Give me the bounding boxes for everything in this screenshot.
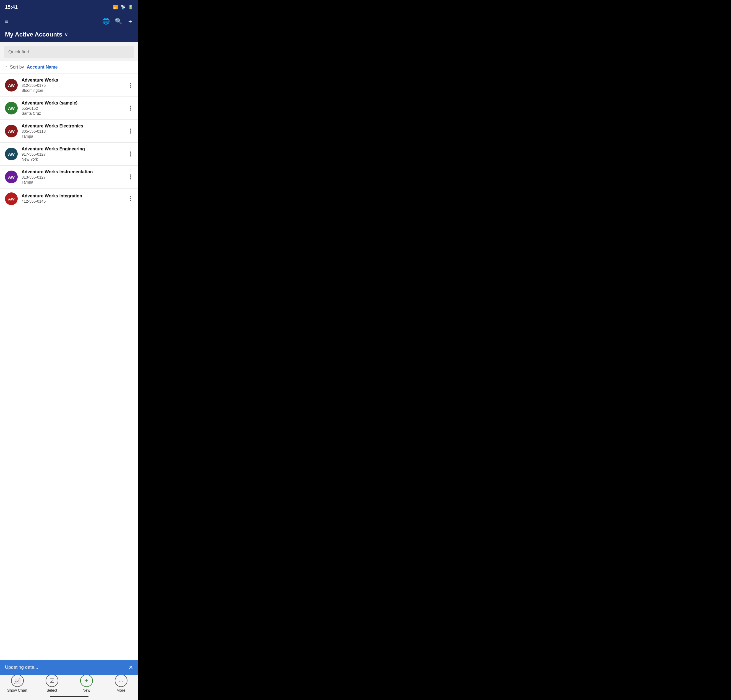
hamburger-icon[interactable]: ≡ (5, 18, 9, 24)
account-phone-5: 412-555-0145 (22, 199, 128, 204)
new-button[interactable]: + New (69, 674, 104, 693)
status-icons: 📶 📡 🔋 (113, 5, 133, 10)
sort-field: Account Name (27, 65, 58, 70)
select-label: Select (47, 688, 57, 693)
more-button-1[interactable] (128, 104, 133, 112)
avatar-2: AW (5, 125, 18, 137)
home-indicator (0, 694, 138, 700)
select-button[interactable]: ☑ Select (35, 674, 69, 693)
search-container (0, 42, 138, 61)
account-item-3[interactable]: AW Adventure Works Engineering 917-555-0… (0, 143, 138, 166)
nav-left: ≡ (5, 18, 9, 24)
sort-bar[interactable]: ↑ Sort by Account Name (0, 61, 138, 74)
account-name-0: Adventure Works (22, 78, 128, 83)
chevron-down-icon[interactable]: ∨ (65, 32, 68, 38)
account-phone-2: 305-555-0118 (22, 129, 128, 134)
phone-panel: 15:41 📶 📡 🔋 ≡ 🌐 🔍 ＋ My Active Accounts ∨… (0, 0, 138, 700)
more-button-3[interactable] (128, 150, 133, 158)
more-label: More (117, 688, 126, 693)
sort-label: Sort by (10, 65, 24, 70)
account-info-5: Adventure Works Integration 412-555-0145 (22, 194, 128, 204)
avatar-4: AW (5, 170, 18, 183)
status-bar: 15:41 📶 📡 🔋 (0, 0, 138, 15)
more-button-4[interactable] (128, 173, 133, 181)
close-banner-button[interactable]: ✕ (129, 664, 133, 671)
avatar-1: AW (5, 102, 18, 114)
account-info-0: Adventure Works 812-555-0175 Bloomington (22, 78, 128, 92)
account-info-2: Adventure Works Electronics 305-555-0118… (22, 123, 128, 138)
more-icon-wrapper: ··· (115, 674, 128, 687)
more-button-0[interactable] (128, 82, 133, 89)
signal-icon: 📶 (113, 5, 118, 10)
avatar-0: AW (5, 79, 18, 91)
title-bar[interactable]: My Active Accounts ∨ (0, 29, 138, 42)
add-icon[interactable]: ＋ (127, 17, 133, 25)
more-icon: ··· (119, 678, 123, 684)
show-chart-label: Show Chart (7, 688, 27, 693)
new-icon-wrapper: + (80, 674, 93, 687)
show-chart-icon-wrapper: 📈 (11, 674, 24, 687)
avatar-5: AW (5, 192, 18, 205)
account-phone-0: 812-555-0175 (22, 83, 128, 88)
account-city-1: Santa Cruz (22, 111, 128, 116)
select-icon: ☑ (50, 677, 54, 684)
account-phone-3: 917-555-0127 (22, 152, 128, 157)
nav-bar: ≡ 🌐 🔍 ＋ (0, 15, 138, 29)
account-item-5[interactable]: AW Adventure Works Integration 412-555-0… (0, 189, 138, 209)
account-list: AW Adventure Works 812-555-0175 Blooming… (0, 74, 138, 671)
search-icon[interactable]: 🔍 (115, 18, 122, 25)
account-item-0[interactable]: AW Adventure Works 812-555-0175 Blooming… (0, 74, 138, 97)
account-city-3: New York (22, 157, 128, 161)
account-name-2: Adventure Works Electronics (22, 123, 128, 129)
avatar-3: AW (5, 148, 18, 160)
more-button-2[interactable] (128, 128, 133, 135)
account-item-2[interactable]: AW Adventure Works Electronics 305-555-0… (0, 120, 138, 143)
account-phone-4: 813-555-0127 (22, 175, 128, 179)
page-title: My Active Accounts (5, 31, 62, 38)
more-options-button[interactable]: ··· More (104, 674, 138, 693)
account-city-4: Tampa (22, 180, 128, 184)
account-info-3: Adventure Works Engineering 917-555-0127… (22, 147, 128, 161)
search-input[interactable] (4, 46, 134, 58)
account-info-1: Adventure Works (sample) 555-0152 Santa … (22, 101, 128, 116)
sort-arrow-icon: ↑ (5, 65, 7, 70)
show-chart-button[interactable]: 📈 Show Chart (0, 674, 35, 693)
account-item-1[interactable]: AW Adventure Works (sample) 555-0152 San… (0, 97, 138, 120)
status-time: 15:41 (5, 4, 18, 10)
updating-text: Updating data... (5, 665, 38, 670)
new-icon: + (84, 677, 88, 684)
account-name-5: Adventure Works Integration (22, 194, 128, 198)
updating-banner: Updating data... ✕ (0, 660, 138, 675)
account-city-0: Bloomington (22, 88, 128, 92)
nav-right: 🌐 🔍 ＋ (102, 17, 133, 25)
account-phone-1: 555-0152 (22, 106, 128, 111)
account-name-3: Adventure Works Engineering (22, 147, 128, 151)
account-name-1: Adventure Works (sample) (22, 101, 128, 106)
account-item-4[interactable]: AW Adventure Works Instrumentation 813-5… (0, 166, 138, 189)
show-chart-icon: 📈 (14, 677, 21, 684)
home-bar (50, 696, 88, 697)
more-button-5[interactable] (128, 195, 133, 203)
new-label: New (82, 688, 90, 693)
account-city-2: Tampa (22, 134, 128, 138)
globe-icon[interactable]: 🌐 (102, 18, 110, 25)
account-info-4: Adventure Works Instrumentation 813-555-… (22, 169, 128, 184)
battery-icon: 🔋 (128, 5, 133, 10)
account-name-4: Adventure Works Instrumentation (22, 169, 128, 175)
wifi-icon: 📡 (120, 5, 126, 10)
select-icon-wrapper: ☑ (46, 674, 58, 687)
